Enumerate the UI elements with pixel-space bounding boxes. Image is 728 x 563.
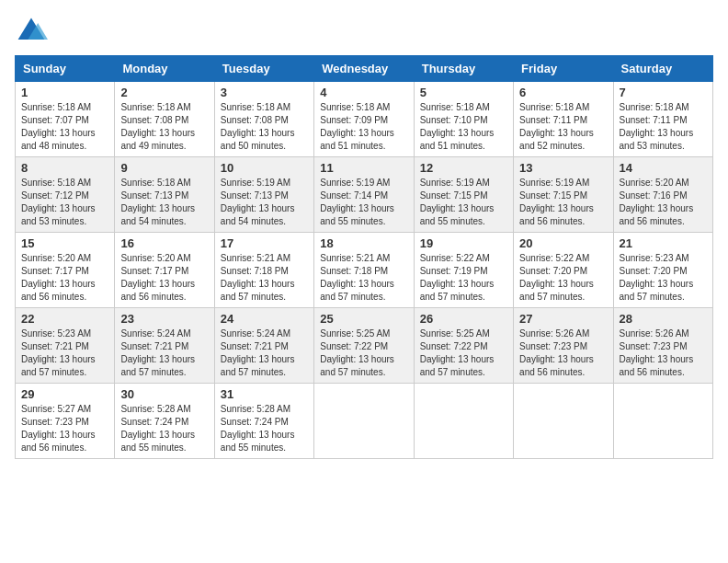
day-info: Sunrise: 5:18 AM Sunset: 7:10 PM Dayligh…: [420, 101, 507, 153]
day-info: Sunrise: 5:27 AM Sunset: 7:23 PM Dayligh…: [21, 403, 108, 454]
calendar-cell: 19 Sunrise: 5:22 AM Sunset: 7:19 PM Dayl…: [414, 233, 513, 308]
calendar-cell: 13 Sunrise: 5:19 AM Sunset: 7:15 PM Dayl…: [514, 157, 613, 233]
day-info: Sunrise: 5:22 AM Sunset: 7:20 PM Dayligh…: [519, 252, 607, 304]
calendar-cell: 1 Sunrise: 5:18 AM Sunset: 7:07 PM Dayli…: [16, 82, 115, 157]
calendar-cell: 25 Sunrise: 5:25 AM Sunset: 7:22 PM Dayl…: [314, 308, 414, 384]
calendar-cell: [613, 384, 712, 459]
calendar-cell: 30 Sunrise: 5:28 AM Sunset: 7:24 PM Dayl…: [115, 384, 214, 459]
calendar-cell: 5 Sunrise: 5:18 AM Sunset: 7:10 PM Dayli…: [414, 82, 513, 157]
header-friday: Friday: [514, 56, 613, 82]
day-number: 29: [21, 387, 108, 401]
day-number: 12: [420, 161, 507, 175]
day-number: 8: [21, 161, 108, 175]
day-info: Sunrise: 5:25 AM Sunset: 7:22 PM Dayligh…: [420, 327, 507, 379]
day-number: 10: [221, 161, 308, 175]
day-number: 30: [120, 387, 208, 401]
calendar-cell: 15 Sunrise: 5:20 AM Sunset: 7:17 PM Dayl…: [16, 233, 115, 308]
header-wednesday: Wednesday: [314, 56, 414, 82]
day-number: 23: [120, 312, 208, 326]
header-tuesday: Tuesday: [214, 56, 313, 82]
day-number: 6: [519, 86, 607, 99]
calendar-cell: 26 Sunrise: 5:25 AM Sunset: 7:22 PM Dayl…: [414, 308, 513, 384]
page-header: [15, 15, 713, 48]
header-saturday: Saturday: [613, 56, 712, 82]
day-number: 18: [320, 236, 407, 250]
day-number: 31: [221, 387, 308, 401]
header-thursday: Thursday: [414, 56, 513, 82]
day-info: Sunrise: 5:20 AM Sunset: 7:17 PM Dayligh…: [120, 252, 208, 304]
calendar-cell: 18 Sunrise: 5:21 AM Sunset: 7:18 PM Dayl…: [314, 233, 414, 308]
day-number: 13: [519, 161, 607, 175]
day-number: 11: [320, 161, 407, 175]
day-number: 26: [420, 312, 507, 326]
day-info: Sunrise: 5:20 AM Sunset: 7:16 PM Dayligh…: [620, 177, 707, 228]
day-info: Sunrise: 5:18 AM Sunset: 7:09 PM Dayligh…: [320, 101, 407, 153]
day-info: Sunrise: 5:18 AM Sunset: 7:12 PM Dayligh…: [21, 177, 108, 228]
day-number: 5: [420, 86, 507, 99]
calendar-week-3: 15 Sunrise: 5:20 AM Sunset: 7:17 PM Dayl…: [16, 233, 713, 308]
calendar-week-1: 1 Sunrise: 5:18 AM Sunset: 7:07 PM Dayli…: [16, 82, 713, 157]
header-sunday: Sunday: [16, 56, 115, 82]
day-number: 25: [320, 312, 407, 326]
day-info: Sunrise: 5:18 AM Sunset: 7:11 PM Dayligh…: [620, 101, 707, 153]
day-number: 1: [21, 86, 108, 99]
day-info: Sunrise: 5:19 AM Sunset: 7:14 PM Dayligh…: [320, 177, 407, 228]
day-number: 7: [620, 86, 707, 99]
day-info: Sunrise: 5:18 AM Sunset: 7:07 PM Dayligh…: [21, 101, 108, 153]
calendar-week-2: 8 Sunrise: 5:18 AM Sunset: 7:12 PM Dayli…: [16, 157, 713, 233]
day-number: 9: [120, 161, 208, 175]
day-info: Sunrise: 5:18 AM Sunset: 7:11 PM Dayligh…: [519, 101, 607, 153]
logo: [15, 15, 51, 48]
day-number: 2: [120, 86, 208, 99]
day-info: Sunrise: 5:20 AM Sunset: 7:17 PM Dayligh…: [21, 252, 108, 304]
day-info: Sunrise: 5:19 AM Sunset: 7:13 PM Dayligh…: [221, 177, 308, 228]
day-info: Sunrise: 5:25 AM Sunset: 7:22 PM Dayligh…: [320, 327, 407, 379]
day-number: 24: [221, 312, 308, 326]
calendar-cell: 12 Sunrise: 5:19 AM Sunset: 7:15 PM Dayl…: [414, 157, 513, 233]
calendar-cell: 16 Sunrise: 5:20 AM Sunset: 7:17 PM Dayl…: [115, 233, 214, 308]
day-number: 21: [620, 236, 707, 250]
logo-icon: [15, 15, 48, 48]
calendar-cell: 24 Sunrise: 5:24 AM Sunset: 7:21 PM Dayl…: [214, 308, 313, 384]
calendar-cell: 7 Sunrise: 5:18 AM Sunset: 7:11 PM Dayli…: [613, 82, 712, 157]
calendar-cell: 20 Sunrise: 5:22 AM Sunset: 7:20 PM Dayl…: [514, 233, 613, 308]
calendar-cell: 9 Sunrise: 5:18 AM Sunset: 7:13 PM Dayli…: [115, 157, 214, 233]
day-number: 22: [21, 312, 108, 326]
day-info: Sunrise: 5:18 AM Sunset: 7:08 PM Dayligh…: [120, 101, 208, 153]
day-info: Sunrise: 5:18 AM Sunset: 7:08 PM Dayligh…: [221, 101, 308, 153]
day-info: Sunrise: 5:19 AM Sunset: 7:15 PM Dayligh…: [519, 177, 607, 228]
day-info: Sunrise: 5:19 AM Sunset: 7:15 PM Dayligh…: [420, 177, 507, 228]
calendar-cell: 8 Sunrise: 5:18 AM Sunset: 7:12 PM Dayli…: [16, 157, 115, 233]
day-info: Sunrise: 5:28 AM Sunset: 7:24 PM Dayligh…: [221, 403, 308, 454]
calendar-cell: 22 Sunrise: 5:23 AM Sunset: 7:21 PM Dayl…: [16, 308, 115, 384]
day-info: Sunrise: 5:23 AM Sunset: 7:20 PM Dayligh…: [620, 252, 707, 304]
day-info: Sunrise: 5:28 AM Sunset: 7:24 PM Dayligh…: [120, 403, 208, 454]
calendar-cell: 2 Sunrise: 5:18 AM Sunset: 7:08 PM Dayli…: [115, 82, 214, 157]
calendar-cell: 29 Sunrise: 5:27 AM Sunset: 7:23 PM Dayl…: [16, 384, 115, 459]
day-number: 14: [620, 161, 707, 175]
day-number: 15: [21, 236, 108, 250]
calendar-header-row: SundayMondayTuesdayWednesdayThursdayFrid…: [16, 56, 713, 82]
header-monday: Monday: [115, 56, 214, 82]
day-info: Sunrise: 5:21 AM Sunset: 7:18 PM Dayligh…: [221, 252, 308, 304]
calendar-cell: 6 Sunrise: 5:18 AM Sunset: 7:11 PM Dayli…: [514, 82, 613, 157]
day-info: Sunrise: 5:23 AM Sunset: 7:21 PM Dayligh…: [21, 327, 108, 379]
calendar-cell: 11 Sunrise: 5:19 AM Sunset: 7:14 PM Dayl…: [314, 157, 414, 233]
day-info: Sunrise: 5:24 AM Sunset: 7:21 PM Dayligh…: [120, 327, 208, 379]
day-number: 28: [620, 312, 707, 326]
calendar-table: SundayMondayTuesdayWednesdayThursdayFrid…: [15, 55, 713, 459]
calendar-cell: 14 Sunrise: 5:20 AM Sunset: 7:16 PM Dayl…: [613, 157, 712, 233]
calendar-cell: 23 Sunrise: 5:24 AM Sunset: 7:21 PM Dayl…: [115, 308, 214, 384]
calendar-cell: [314, 384, 414, 459]
day-number: 4: [320, 86, 407, 99]
day-number: 17: [221, 236, 308, 250]
calendar-cell: 10 Sunrise: 5:19 AM Sunset: 7:13 PM Dayl…: [214, 157, 313, 233]
day-number: 16: [120, 236, 208, 250]
calendar-cell: 21 Sunrise: 5:23 AM Sunset: 7:20 PM Dayl…: [613, 233, 712, 308]
calendar-cell: 4 Sunrise: 5:18 AM Sunset: 7:09 PM Dayli…: [314, 82, 414, 157]
day-number: 20: [519, 236, 607, 250]
calendar-cell: 28 Sunrise: 5:26 AM Sunset: 7:23 PM Dayl…: [613, 308, 712, 384]
day-info: Sunrise: 5:26 AM Sunset: 7:23 PM Dayligh…: [519, 327, 607, 379]
calendar-cell: 31 Sunrise: 5:28 AM Sunset: 7:24 PM Dayl…: [214, 384, 313, 459]
day-number: 19: [420, 236, 507, 250]
